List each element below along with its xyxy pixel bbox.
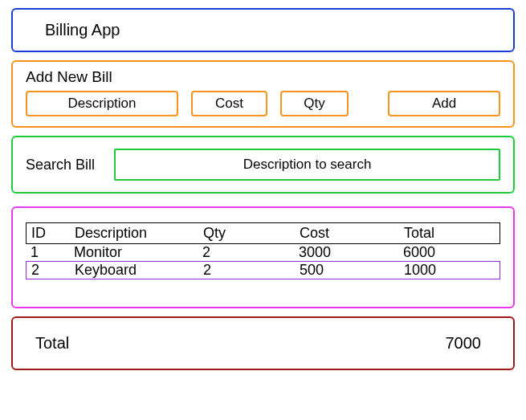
col-id: ID <box>31 225 75 242</box>
cell-total: 1000 <box>404 262 476 279</box>
cell-qty: 2 <box>203 262 300 279</box>
search-input[interactable]: Description to search <box>114 149 500 181</box>
description-input[interactable]: Description <box>26 91 178 116</box>
table-row[interactable]: 1 Monitor 2 3000 6000 <box>26 244 500 261</box>
cell-cost: 500 <box>300 262 404 279</box>
qty-input[interactable]: Qty <box>280 91 349 116</box>
total-label: Total <box>35 334 69 353</box>
cell-description: Monitor <box>74 244 202 261</box>
add-button[interactable]: Add <box>388 91 500 116</box>
search-panel: Search Bill Description to search <box>11 136 515 194</box>
add-bill-panel: Add New Bill Description Cost Qty Add <box>11 60 515 128</box>
add-bill-title: Add New Bill <box>26 68 500 86</box>
cost-input[interactable]: Cost <box>191 91 267 116</box>
col-total: Total <box>404 225 476 242</box>
table-header-row: ID Description Qty Cost Total <box>26 222 500 244</box>
col-qty: Qty <box>203 225 300 242</box>
total-value: 7000 <box>446 334 482 353</box>
col-cost: Cost <box>300 225 404 242</box>
total-panel: Total 7000 <box>11 316 515 370</box>
table-row[interactable]: 2 Keyboard 2 500 1000 <box>26 261 500 279</box>
cell-cost: 3000 <box>299 244 403 261</box>
cell-description: Keyboard <box>75 262 203 279</box>
cell-id: 2 <box>31 262 75 279</box>
cell-qty: 2 <box>202 244 299 261</box>
bills-table-panel: ID Description Qty Cost Total 1 Monitor … <box>11 206 515 308</box>
cell-id: 1 <box>31 244 74 261</box>
app-header: Billing App <box>11 8 515 52</box>
search-title: Search Bill <box>26 157 95 173</box>
app-title: Billing App <box>45 21 120 39</box>
cell-total: 6000 <box>403 244 475 261</box>
col-description: Description <box>75 225 203 242</box>
